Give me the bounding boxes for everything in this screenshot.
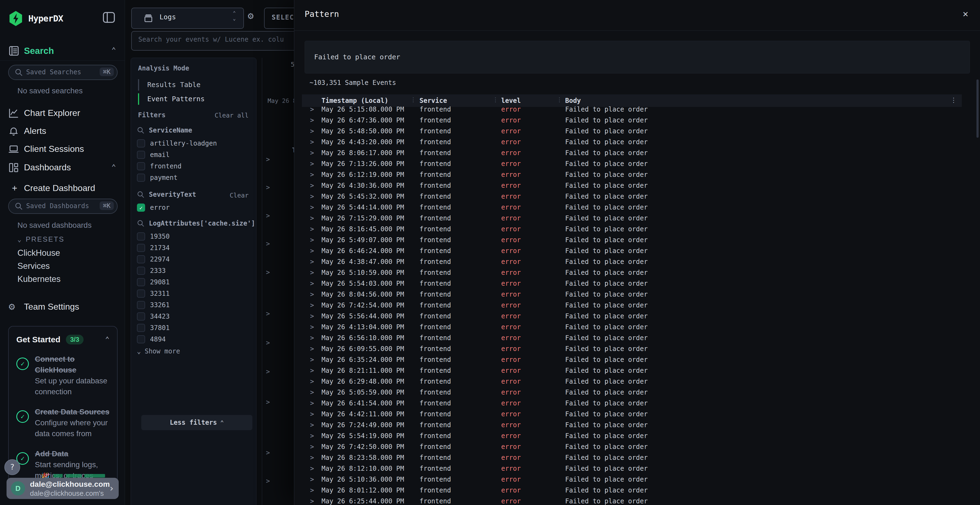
- chevron-right-icon[interactable]: >: [310, 356, 314, 364]
- chevron-right-icon[interactable]: >: [310, 486, 314, 494]
- help-button[interactable]: ?: [4, 459, 20, 475]
- table-row[interactable]: > May 26 8:21:11.000 PM frontend error F…: [294, 365, 980, 376]
- table-row[interactable]: > May 26 5:54:03.000 PM frontend error F…: [294, 278, 980, 289]
- checkbox-unchecked[interactable]: [137, 162, 145, 170]
- chevron-right-icon[interactable]: >: [310, 497, 314, 505]
- chevron-up-icon[interactable]: ⌃: [111, 46, 116, 55]
- checkbox-unchecked[interactable]: [137, 173, 145, 182]
- chevron-right-icon[interactable]: >: [310, 334, 314, 342]
- chevron-right-icon[interactable]: >: [310, 312, 314, 320]
- create-dashboard-button[interactable]: + Create Dashboard: [0, 181, 125, 196]
- chevron-right-icon[interactable]: >: [310, 476, 314, 483]
- chevron-right-icon[interactable]: >: [310, 106, 314, 113]
- chevron-right-icon[interactable]: >: [310, 399, 314, 407]
- chevron-right-icon[interactable]: >: [266, 240, 270, 248]
- checkbox-checked[interactable]: ✓: [137, 203, 145, 212]
- sidebar-section-search[interactable]: Search ⌃: [0, 43, 125, 61]
- chevron-right-icon[interactable]: >: [266, 449, 270, 457]
- table-row[interactable]: > May 26 6:35:24.000 PM frontend error F…: [294, 354, 980, 365]
- filter-option[interactable]: payment: [137, 172, 251, 184]
- table-row[interactable]: > May 26 6:46:24.000 PM frontend error F…: [294, 245, 980, 256]
- table-row[interactable]: > May 26 5:10:36.000 PM frontend error F…: [294, 474, 980, 485]
- table-row[interactable]: > May 26 7:24:49.000 PM frontend error F…: [294, 419, 980, 430]
- table-row[interactable]: > May 26 5:10:59.000 PM frontend error F…: [294, 267, 980, 278]
- less-filters-button[interactable]: Less filters⌃: [141, 415, 252, 430]
- mode-results-table[interactable]: Results Table: [138, 79, 250, 91]
- column-resize-handle[interactable]: ⋮: [492, 96, 498, 103]
- presets-toggle[interactable]: ⌄ PRESETS: [18, 235, 65, 243]
- chevron-right-icon[interactable]: >: [266, 212, 270, 219]
- chevron-right-icon[interactable]: >: [266, 368, 270, 375]
- sidebar-item-team-settings[interactable]: ⚙ Team Settings: [0, 299, 125, 314]
- table-row[interactable]: > May 26 5:45:32.000 PM frontend error F…: [294, 191, 980, 202]
- table-row[interactable]: > May 26 7:42:54.000 PM frontend error F…: [294, 300, 980, 311]
- chevron-right-icon[interactable]: >: [310, 127, 314, 135]
- table-row[interactable]: > May 26 4:30:36.000 PM frontend error F…: [294, 180, 980, 191]
- table-row[interactable]: > May 26 6:12:19.000 PM frontend error F…: [294, 169, 980, 180]
- table-row[interactable]: > May 26 5:49:07.000 PM frontend error F…: [294, 235, 980, 245]
- table-row[interactable]: > May 26 6:25:44.000 PM frontend error F…: [294, 496, 980, 505]
- table-row[interactable]: > May 26 5:05:59.000 PM frontend error F…: [294, 387, 980, 398]
- filter-option[interactable]: 34423: [137, 311, 251, 322]
- col-timestamp[interactable]: Timestamp (Local): [321, 97, 388, 105]
- table-row[interactable]: > May 26 5:44:14.000 PM frontend error F…: [294, 202, 980, 213]
- filter-option[interactable]: artillery-loadgen: [137, 138, 251, 149]
- col-level[interactable]: level: [501, 97, 521, 105]
- filter-group-servicename[interactable]: ServiceName: [137, 127, 192, 134]
- filter-option[interactable]: 29081: [137, 277, 251, 288]
- table-row[interactable]: > May 26 6:09:55.000 PM frontend error F…: [294, 343, 980, 354]
- chevron-right-icon[interactable]: >: [310, 378, 314, 385]
- chevron-right-icon[interactable]: >: [310, 465, 314, 472]
- chevron-right-icon[interactable]: >: [266, 399, 270, 406]
- chevron-right-icon[interactable]: >: [310, 225, 314, 233]
- chevron-right-icon[interactable]: >: [310, 389, 314, 396]
- event-search-input[interactable]: [138, 35, 313, 43]
- checkbox-unchecked[interactable]: [137, 301, 145, 309]
- clear-all-link[interactable]: Clear all: [215, 112, 248, 119]
- clear-severity-link[interactable]: Clear: [230, 192, 248, 199]
- close-icon[interactable]: ✕: [963, 8, 968, 19]
- checkbox-unchecked[interactable]: [137, 324, 145, 332]
- filter-option[interactable]: 33261: [137, 300, 251, 311]
- checkbox-unchecked[interactable]: [137, 267, 145, 275]
- table-row[interactable]: > May 26 6:47:36.000 PM frontend error F…: [294, 115, 980, 126]
- preset-dashboard-link[interactable]: Services: [18, 261, 50, 271]
- preset-dashboard-link[interactable]: Kubernetes: [18, 274, 61, 284]
- chevron-right-icon[interactable]: >: [266, 268, 270, 276]
- table-row[interactable]: > May 26 8:23:58.000 PM frontend error F…: [294, 452, 980, 463]
- filter-group-cache-size[interactable]: LogAttributes['cache.size']: [137, 219, 255, 227]
- chevron-right-icon[interactable]: >: [310, 214, 314, 222]
- table-row[interactable]: > May 26 6:41:54.000 PM frontend error F…: [294, 398, 980, 409]
- chevron-right-icon[interactable]: >: [310, 367, 314, 375]
- checkbox-unchecked[interactable]: [137, 289, 145, 298]
- table-row[interactable]: > May 26 7:13:26.000 PM frontend error F…: [294, 158, 980, 169]
- filter-option[interactable]: email: [137, 149, 251, 161]
- table-row[interactable]: > May 26 5:15:08.000 PM frontend error F…: [294, 104, 980, 115]
- chevron-right-icon[interactable]: >: [310, 116, 314, 124]
- user-menu[interactable]: D dale@clickhouse.com dale@clickhouse.co…: [6, 478, 119, 499]
- filter-option[interactable]: 4894: [137, 334, 251, 345]
- table-row[interactable]: > May 26 7:15:29.000 PM frontend error F…: [294, 213, 980, 224]
- chevron-right-icon[interactable]: >: [310, 160, 314, 168]
- chevron-right-icon[interactable]: >: [310, 410, 314, 418]
- checkbox-unchecked[interactable]: [137, 335, 145, 343]
- filter-group-severitytext[interactable]: SeverityText: [137, 191, 196, 199]
- collapse-sidebar-icon[interactable]: [102, 11, 115, 24]
- chevron-right-icon[interactable]: >: [310, 443, 314, 451]
- table-row[interactable]: > May 26 8:01:12.000 PM frontend error F…: [294, 485, 980, 496]
- preset-dashboard-link[interactable]: ClickHouse: [18, 248, 60, 258]
- table-row[interactable]: > May 26 4:13:04.000 PM frontend error F…: [294, 322, 980, 332]
- checkbox-unchecked[interactable]: [137, 244, 145, 252]
- source-select[interactable]: Logs ⌃⌄: [131, 8, 244, 29]
- col-service[interactable]: Service: [420, 97, 447, 105]
- table-row[interactable]: > May 26 5:48:50.000 PM frontend error F…: [294, 126, 980, 137]
- chevron-right-icon[interactable]: >: [310, 421, 314, 429]
- table-row[interactable]: > May 26 5:56:44.000 PM frontend error F…: [294, 311, 980, 322]
- chevron-right-icon[interactable]: >: [310, 454, 314, 462]
- table-row[interactable]: > May 26 4:43:20.000 PM frontend error F…: [294, 137, 980, 148]
- get-started-item[interactable]: ✓ Create Data Sources Configure where yo…: [16, 407, 110, 439]
- sidebar-item-client-sessions[interactable]: Client Sessions: [0, 141, 125, 157]
- filter-option[interactable]: 19350: [137, 231, 251, 243]
- column-resize-handle[interactable]: ⋮: [410, 96, 416, 103]
- chevron-right-icon[interactable]: >: [266, 156, 270, 163]
